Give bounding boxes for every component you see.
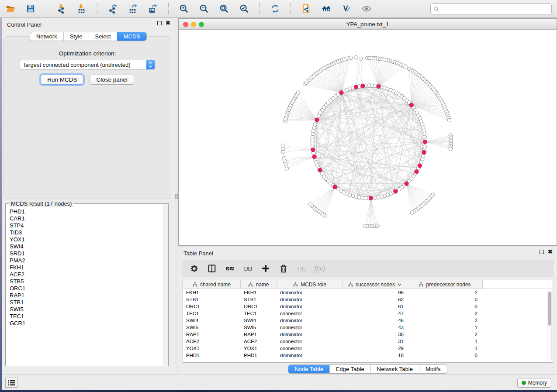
mcds-result-item[interactable]: GCR1 [10, 320, 163, 327]
open-file-icon [6, 4, 15, 14]
close-panel-icon[interactable]: ✖ [166, 21, 170, 25]
toolbar-separator [168, 3, 169, 14]
run-mcds-button[interactable]: Run MCDS [41, 75, 83, 85]
export-network-button[interactable] [107, 3, 118, 14]
maximize-window-icon[interactable] [199, 22, 204, 27]
table-row[interactable]: SWI4SWI4dominator462 [183, 317, 553, 324]
float-panel-icon[interactable] [157, 21, 162, 25]
open-file-button[interactable] [5, 3, 16, 14]
mcds-result-item[interactable]: FKH1 [10, 264, 163, 271]
close-panel-button[interactable]: Close panel [90, 75, 134, 85]
unselect-all-columns-button[interactable] [242, 263, 253, 274]
refresh-network-button[interactable] [270, 3, 280, 14]
zoom-fit-button[interactable] [219, 3, 229, 14]
mcds-result-item[interactable]: PMA2 [10, 257, 163, 264]
tab-motifs[interactable]: Motifs [419, 365, 447, 373]
task-history-button[interactable] [5, 378, 17, 388]
table-row[interactable]: ORC1ORC1dominator610 [183, 303, 553, 310]
mcds-result-item[interactable]: TEC1 [10, 313, 163, 320]
refresh-network-icon [270, 4, 280, 14]
import-table-icon [77, 4, 86, 14]
table-scrollbar-thumb[interactable] [548, 292, 551, 326]
minimize-window-icon[interactable] [191, 22, 196, 27]
select-all-columns-button[interactable] [225, 263, 235, 274]
mcds-result-item[interactable]: YOX1 [10, 236, 163, 243]
mcds-result-item[interactable]: TID3 [10, 229, 163, 236]
mcds-result-item[interactable]: STP4 [10, 222, 163, 229]
table-row[interactable]: STB1STB1dominator620 [183, 296, 553, 303]
open-network-document-button[interactable] [301, 3, 311, 14]
column-header-name[interactable]: name [241, 280, 277, 289]
mcds-result-item[interactable]: CAR1 [10, 215, 163, 222]
search-input[interactable] [441, 5, 549, 12]
vizmapper-button[interactable] [341, 3, 352, 14]
column-header-mcds-role[interactable]: MCDS role [277, 280, 343, 289]
mcds-result-item[interactable]: SRD1 [10, 250, 163, 257]
vertical-splitter[interactable] [175, 18, 178, 375]
mcds-result-item[interactable]: PHD1 [10, 208, 163, 215]
tab-node-table[interactable]: Node Table [288, 365, 329, 373]
mcds-result-item[interactable]: ORC1 [10, 285, 163, 292]
delete-table-button[interactable] [296, 263, 307, 274]
control-panel-tabbar: NetworkStyleSelectMCDS [30, 32, 147, 41]
zoom-selected-button[interactable] [239, 3, 249, 14]
column-header-successor-nodes[interactable]: successor nodes [343, 280, 407, 289]
show-graphics-details-button[interactable] [361, 3, 372, 14]
table-row[interactable]: SWI5SWI5connector431 [183, 324, 553, 331]
close-table-panel-icon[interactable]: ✖ [548, 250, 553, 254]
import-network-button[interactable] [56, 3, 67, 14]
float-table-panel-icon[interactable] [540, 250, 544, 254]
column-header-predecessor-nodes[interactable]: predecessor nodes [407, 280, 483, 289]
tab-mcds[interactable]: MCDS [117, 32, 146, 41]
table-body: FKH1FKH1dominator962STB1STB1dominator620… [183, 289, 553, 359]
mcds-result-item[interactable]: ACE2 [10, 271, 163, 278]
network-window-titlebar: YPA_prune.txt_1 [179, 19, 557, 30]
table-toolbar: f(x) [183, 260, 553, 277]
network-window-title: YPA_prune.txt_1 [346, 21, 389, 28]
mcds-result-item[interactable]: RAP1 [10, 292, 163, 299]
mcds-result-box: MCDS result (17 nodes) PHD1CAR1STP4TID3Y… [5, 203, 169, 366]
tab-select[interactable]: Select [89, 32, 117, 41]
table-row[interactable]: YOX1YOX1connector291 [183, 345, 553, 352]
table-row[interactable]: ACE2ACE2connector311 [183, 338, 553, 345]
mcds-result-item[interactable]: STB1 [10, 299, 163, 306]
tab-network[interactable]: Network [30, 32, 63, 41]
mcds-result-item[interactable]: SWI4 [10, 243, 163, 250]
attribute-icon [419, 282, 423, 287]
add-column-button[interactable] [260, 263, 271, 274]
import-table-button[interactable] [76, 3, 87, 14]
unselect-all-columns-icon [243, 264, 253, 273]
close-window-icon[interactable] [183, 22, 188, 27]
mcds-result-item[interactable]: STB5 [10, 278, 163, 285]
delete-columns-button[interactable] [278, 263, 289, 274]
zoom-out-button[interactable] [199, 3, 209, 14]
column-layout-button[interactable] [207, 263, 217, 274]
splitter-handle[interactable] [175, 194, 178, 199]
table-row[interactable]: FKH1FKH1dominator962 [183, 289, 553, 296]
search-box[interactable] [430, 3, 552, 14]
save-session-button[interactable] [25, 3, 36, 14]
tab-network-table[interactable]: Network Table [370, 365, 419, 373]
export-table-button[interactable] [128, 3, 138, 14]
network-canvas[interactable] [179, 30, 557, 245]
table-row[interactable]: RAP1RAP1dominator352 [183, 331, 553, 338]
zoom-in-button[interactable] [179, 3, 189, 14]
optimization-criterion-select[interactable]: largest connected component (undirected) [20, 60, 155, 69]
toolbar-separator [259, 3, 260, 14]
memory-button[interactable]: Memory [517, 378, 551, 388]
export-image-button[interactable] [148, 3, 158, 14]
network-overview-button[interactable] [321, 3, 332, 14]
tab-style[interactable]: Style [63, 32, 89, 41]
table-options-button[interactable] [189, 263, 199, 274]
export-image-icon [148, 4, 158, 14]
mcds-list-scrollbar[interactable] [163, 204, 168, 365]
tab-edge-table[interactable]: Edge Table [329, 365, 370, 373]
function-builder-button[interactable]: f(x) [314, 263, 325, 274]
table-row[interactable]: TEC1TEC1connector472 [183, 310, 553, 317]
open-network-document-icon [301, 4, 311, 14]
table-row[interactable]: PHD1PHD1dominator180 [183, 352, 553, 359]
mcds-result-item[interactable]: SWI5 [10, 306, 163, 313]
table-scrollbar[interactable] [547, 290, 552, 361]
attribute-icon [293, 282, 298, 287]
column-header-shared-name[interactable]: shared name [183, 280, 241, 289]
